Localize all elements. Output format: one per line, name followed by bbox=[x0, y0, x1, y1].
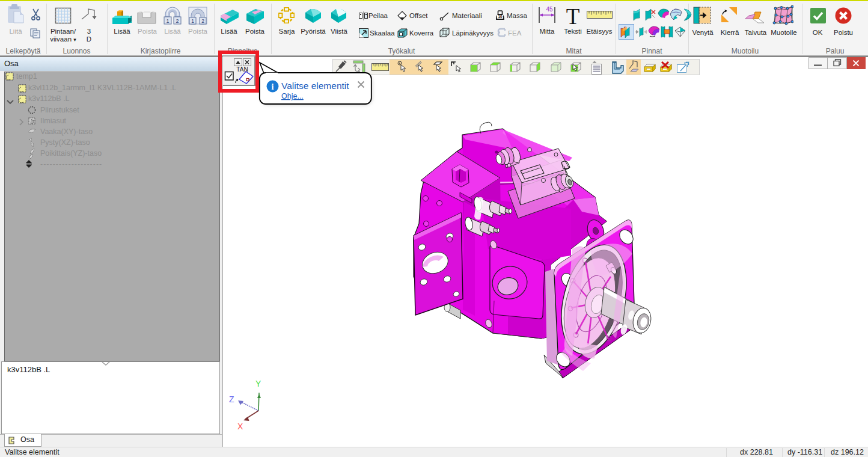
svg-text:k3v112bB .L: k3v112bB .L bbox=[28, 94, 70, 103]
svg-text:10: 10 bbox=[498, 14, 503, 19]
svg-text:Ohje...: Ohje... bbox=[281, 92, 304, 100]
svg-text:Z: Z bbox=[229, 394, 234, 404]
svg-text:Ilmiasut: Ilmiasut bbox=[40, 117, 67, 125]
svg-text:k3vl112b_1armm_l1 K3VL112B-1AM: k3vl112b_1armm_l1 K3VL112B-1AMM-L1 .L bbox=[28, 84, 176, 92]
svg-text:Pysty(XZ)-taso: Pysty(XZ)-taso bbox=[40, 138, 90, 147]
svg-text:X: X bbox=[237, 422, 243, 431]
svg-text:--------------------: -------------------- bbox=[40, 160, 102, 168]
svg-text:Piirustukset: Piirustukset bbox=[40, 106, 79, 114]
svg-text:Y: Y bbox=[255, 379, 261, 388]
svg-text:i: i bbox=[272, 82, 274, 91]
svg-text:Valitse elementit: Valitse elementit bbox=[281, 81, 349, 91]
svg-text:Vaaka(XY)-taso: Vaaka(XY)-taso bbox=[40, 127, 93, 136]
svg-text:Poikittais(YZ)-taso: Poikittais(YZ)-taso bbox=[40, 149, 102, 158]
svg-text:45: 45 bbox=[546, 6, 553, 13]
svg-text:temp1: temp1 bbox=[16, 72, 37, 81]
